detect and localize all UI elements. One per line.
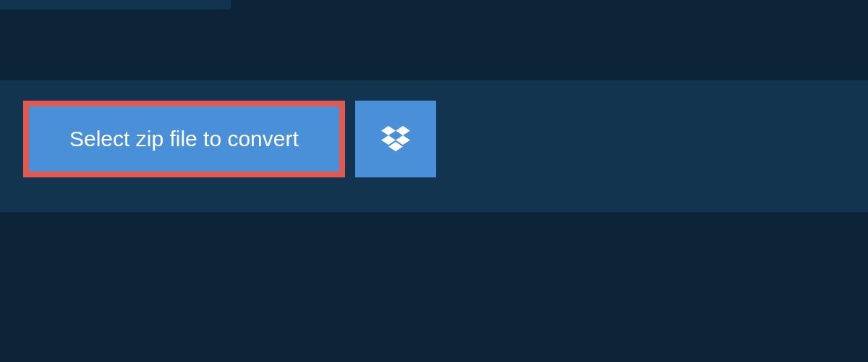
svg-marker-1 (396, 126, 410, 135)
dropbox-icon (381, 126, 410, 152)
convert-panel: Select zip file to convert (0, 80, 868, 212)
page-title-tab: Convert zip to ldb (0, 0, 231, 9)
dropbox-source-button[interactable] (355, 101, 436, 177)
button-row: Select zip file to convert (0, 80, 868, 177)
select-file-button[interactable]: Select zip file to convert (23, 101, 345, 177)
select-file-label: Select zip file to convert (69, 127, 299, 151)
svg-marker-0 (381, 126, 396, 135)
